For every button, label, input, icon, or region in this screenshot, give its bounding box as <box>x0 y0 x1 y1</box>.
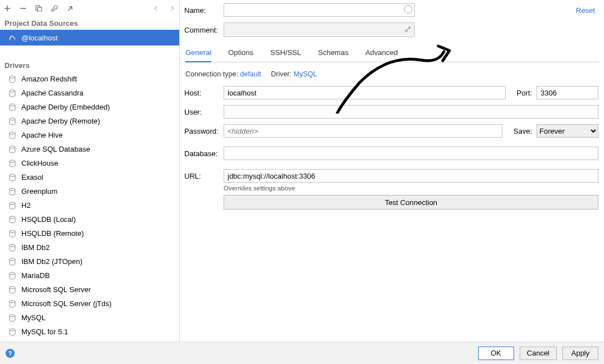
svg-point-6 <box>10 132 15 134</box>
svg-point-7 <box>10 146 15 148</box>
copy-icon[interactable] <box>35 4 43 12</box>
project-data-sources-header: Project Data Sources <box>0 17 179 30</box>
apply-button[interactable]: Apply <box>562 347 598 360</box>
driver-label: Apache Cassandra <box>21 89 84 97</box>
back-icon[interactable] <box>152 4 160 12</box>
forward-icon[interactable] <box>168 4 176 12</box>
password-input[interactable] <box>224 124 502 138</box>
comment-label: Comment: <box>184 26 224 34</box>
ok-button[interactable]: OK <box>478 347 514 360</box>
svg-point-18 <box>10 301 15 303</box>
driver-item[interactable]: Azure SQL Database <box>0 142 179 156</box>
driver-label: MySQL <box>21 313 46 322</box>
name-input[interactable] <box>224 3 415 17</box>
driver-label: Apache Derby (Embedded) <box>21 103 110 111</box>
driver-label: IBM Db2 (JTOpen) <box>21 257 83 266</box>
database-icon <box>8 271 17 280</box>
host-input[interactable] <box>224 86 506 99</box>
driver-item[interactable]: MySQL <box>0 311 179 325</box>
driver-item[interactable]: H2 <box>0 198 179 212</box>
svg-point-5 <box>10 118 15 120</box>
drivers-header: Drivers <box>0 59 179 72</box>
driver-item[interactable]: ClickHouse <box>0 156 179 170</box>
svg-point-15 <box>10 258 15 261</box>
driver-label: Driver: <box>271 70 292 78</box>
svg-point-20 <box>10 329 15 331</box>
database-icon <box>8 327 17 336</box>
port-input[interactable] <box>537 86 598 99</box>
test-connection-button[interactable]: Test Connection <box>224 195 598 210</box>
svg-rect-1 <box>38 7 42 12</box>
svg-point-10 <box>10 188 15 190</box>
driver-label: Amazon Redshift <box>21 75 77 83</box>
driver-label: ClickHouse <box>21 159 58 167</box>
database-input[interactable] <box>224 147 598 160</box>
driver-item[interactable]: IBM Db2 (JTOpen) <box>0 254 179 269</box>
driver-label: Exasol <box>21 173 43 181</box>
database-icon <box>8 159 17 168</box>
tab-advanced[interactable]: Advanced <box>365 45 398 62</box>
database-icon <box>8 75 17 84</box>
driver-item[interactable]: Apache Derby (Embedded) <box>0 100 179 114</box>
database-icon <box>8 145 17 154</box>
database-icon <box>8 257 17 266</box>
driver-item[interactable]: Microsoft SQL Server (jTds) <box>0 297 179 311</box>
database-icon <box>8 215 17 224</box>
add-icon[interactable] <box>3 4 11 12</box>
svg-point-3 <box>10 90 15 92</box>
tab-ssh-ssl[interactable]: SSH/SSL <box>270 45 301 62</box>
user-input[interactable] <box>224 105 598 119</box>
database-icon <box>8 117 17 126</box>
svg-point-2 <box>10 76 15 78</box>
database-icon <box>8 243 17 252</box>
driver-item[interactable]: IBM Db2 <box>0 240 179 254</box>
name-label: Name: <box>184 6 224 15</box>
driver-label: IBM Db2 <box>21 243 50 252</box>
goto-icon[interactable] <box>66 4 74 12</box>
url-hint: Overrides settings above <box>224 185 598 192</box>
remove-icon[interactable] <box>19 4 27 12</box>
left-toolbar <box>0 0 179 17</box>
save-select[interactable]: Forever <box>537 124 598 138</box>
driver-item[interactable]: HSQLDB (Remote) <box>0 226 179 240</box>
driver-item[interactable]: Greenplum <box>0 184 179 198</box>
driver-link[interactable]: MySQL <box>294 70 317 78</box>
user-label: User: <box>184 108 224 116</box>
database-icon <box>8 313 17 322</box>
datasource-item-localhost[interactable]: @localhost <box>0 30 179 46</box>
help-icon[interactable]: ? <box>6 349 15 358</box>
url-input[interactable] <box>224 169 598 183</box>
driver-item[interactable]: MySQL for 5.1 <box>0 325 179 339</box>
tab-schemas[interactable]: Schemas <box>318 45 348 62</box>
svg-point-11 <box>10 202 15 204</box>
driver-item[interactable]: Microsoft SQL Server <box>0 283 179 297</box>
driver-item[interactable]: Amazon Redshift <box>0 72 179 86</box>
expand-icon[interactable] <box>403 25 412 34</box>
driver-item[interactable]: Apache Hive <box>0 128 179 142</box>
wrench-icon[interactable] <box>51 4 58 12</box>
driver-item[interactable]: MariaDB <box>0 269 179 283</box>
tab-options[interactable]: Options <box>228 45 253 62</box>
cancel-button[interactable]: Cancel <box>520 347 557 360</box>
comment-input[interactable] <box>224 22 415 37</box>
tab-general[interactable]: General <box>185 45 211 62</box>
port-label: Port: <box>517 89 532 97</box>
database-label: Database: <box>184 149 224 158</box>
database-icon <box>8 131 17 140</box>
driver-item[interactable]: HSQLDB (Local) <box>0 212 179 226</box>
connection-type-link[interactable]: default <box>240 70 261 78</box>
database-icon <box>8 201 17 210</box>
database-icon <box>8 285 17 294</box>
driver-item[interactable]: Exasol <box>0 170 179 184</box>
driver-label: MySQL for 5.1 <box>21 327 68 336</box>
reset-link[interactable]: Reset <box>576 6 598 15</box>
svg-point-16 <box>10 272 15 275</box>
svg-point-14 <box>10 244 15 247</box>
driver-label: HSQLDB (Local) <box>21 215 76 224</box>
svg-point-17 <box>10 286 15 289</box>
driver-label: Greenplum <box>21 187 57 195</box>
mysql-icon <box>8 33 17 42</box>
driver-item[interactable]: Apache Derby (Remote) <box>0 114 179 128</box>
driver-item[interactable]: Apache Cassandra <box>0 86 179 100</box>
color-picker-icon[interactable] <box>404 5 412 13</box>
